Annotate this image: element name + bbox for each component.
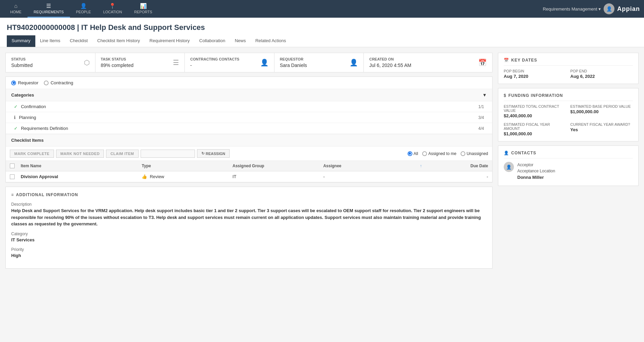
tab-checklist[interactable]: Checklist [65, 35, 93, 47]
dollar-icon: $ [504, 93, 506, 98]
pop-end-value: Aug 6, 2022 [570, 74, 633, 79]
main-content: STATUS Submitted ⬡ TASK STATUS 89% compl… [0, 47, 644, 278]
key-dates-card: 📅 KEY DATES POP Begin Aug 7, 2020 POP En… [498, 53, 639, 84]
contact-name: Donna Miller [517, 175, 544, 180]
page-header: HT94020000000008 | IT Help Desk and Supp… [0, 18, 644, 47]
filter-all-label: All [414, 151, 418, 156]
categories-chevron[interactable]: ▼ [482, 92, 487, 98]
filter-assigned-dot[interactable] [422, 151, 427, 156]
nav-location[interactable]: 📍 LOCATION [97, 0, 128, 18]
req-def-ratio: 4/4 [478, 126, 484, 131]
page-title: HT94020000000008 | IT Help Desk and Supp… [7, 23, 637, 32]
checklist-search-input[interactable] [141, 150, 195, 158]
category-requirements-definition: ✓ Requirements Definition 4/4 [6, 123, 492, 134]
funding-title: $ FUNDING INFORMATION [504, 93, 633, 101]
confirmation-label: Confirmation [21, 104, 46, 109]
tab-line-items[interactable]: Line Items [35, 35, 65, 47]
pop-end-label: POP End [570, 69, 633, 73]
tab-bar: Summary Line Items Checklist Checklist I… [7, 35, 637, 47]
tab-collaboration[interactable]: Collaboration [195, 35, 230, 47]
location-icon: 📍 [109, 3, 116, 9]
app-title[interactable]: Requirements Management ▾ [543, 6, 601, 12]
brand-logo: Appian [617, 5, 640, 13]
contracting-radio[interactable]: Contracting [44, 80, 73, 85]
mark-complete-button[interactable]: MARK COMPLETE [10, 150, 54, 158]
current-fiscal: Current Fiscal Year Award? Yes [570, 122, 633, 136]
pop-begin-label: POP Begin [504, 69, 566, 73]
home-icon: ⌂ [14, 3, 18, 9]
status-value: Submitted [11, 63, 33, 68]
requirements-icon: ☰ [46, 3, 51, 9]
header-assigned-group: Assigned Group [232, 164, 323, 168]
nav-people[interactable]: 👤 PEOPLE [70, 0, 97, 18]
planning-ratio: 3/4 [478, 115, 484, 120]
estimated-fiscal: Estimated Fiscal Year Amount $1,000,000.… [504, 122, 566, 136]
created-on-cell: CREATED ON Jul 6, 2020 4:55 AM 📅 [364, 53, 492, 72]
requestor-radio[interactable]: Requestor [11, 80, 38, 85]
contracting-radio-dot[interactable] [44, 81, 49, 85]
nav-requirements[interactable]: ☰ REQUIREMENTS [28, 0, 70, 18]
person-icon: 👤 [260, 58, 269, 67]
tab-related-actions[interactable]: Related Actions [251, 35, 291, 47]
user-avatar[interactable]: 👤 [604, 3, 614, 14]
requestor-radio-dot[interactable] [11, 81, 16, 85]
filter-all-dot[interactable] [408, 151, 412, 156]
categories-header: Categories ▼ [6, 89, 492, 101]
req-def-check-icon: ✓ [14, 126, 18, 131]
category-label: Category [11, 232, 487, 236]
status-cell: STATUS Submitted ⬡ [6, 53, 95, 72]
sort-icon: ↑ [420, 164, 422, 168]
additional-information-section: ≡ ADDITIONAL INFORMATION Description Hel… [5, 187, 493, 269]
header-checkbox-col [10, 164, 21, 168]
planning-label: Planning [19, 115, 36, 120]
task-list-icon[interactable]: ☰ [173, 58, 179, 67]
tab-summary[interactable]: Summary [7, 35, 35, 47]
contracting-cell: Contracting Contacts - 👤 [185, 53, 274, 72]
estimated-fiscal-value: $1,000,000.00 [504, 131, 566, 136]
current-fiscal-label: Current Fiscal Year Award? [570, 122, 633, 126]
contact-avatar: 👤 [504, 162, 514, 172]
nav-reports[interactable]: 📊 REPORTS [128, 0, 158, 18]
additional-info-title: ≡ ADDITIONAL INFORMATION [11, 192, 487, 197]
claim-item-button[interactable]: CLAIM ITEM [106, 150, 138, 158]
estimated-base-value: $1,000,000.00 [570, 109, 633, 114]
top-navigation: ⌂ HOME ☰ REQUIREMENTS 👤 PEOPLE 📍 LOCATIO… [0, 0, 644, 18]
filter-all[interactable]: All [408, 151, 418, 156]
filter-unassigned[interactable]: Unassigned [461, 151, 488, 156]
right-panel: 📅 KEY DATES POP Begin Aug 7, 2020 POP En… [493, 53, 639, 273]
key-dates-title: 📅 KEY DATES [504, 58, 633, 66]
contact-row: 👤 Acceptor Acceptance Location Donna Mil… [504, 162, 633, 181]
contracting-radio-label: Contracting [51, 80, 73, 85]
tab-checklist-item-history[interactable]: Checklist Item History [92, 35, 145, 47]
description-value: Help Desk and Support Services for the V… [11, 207, 487, 227]
key-dates-grid: POP Begin Aug 7, 2020 POP End Aug 6, 202… [504, 69, 633, 79]
pop-begin: POP Begin Aug 7, 2020 [504, 69, 566, 79]
nav-home[interactable]: ⌂ HOME [4, 0, 28, 18]
tab-news[interactable]: News [230, 35, 251, 47]
pop-begin-value: Aug 7, 2020 [504, 74, 566, 79]
mark-not-needed-button[interactable]: MARK NOT NEEDED [56, 150, 104, 158]
row-assignee: - [323, 174, 414, 179]
header-priority[interactable]: ↑ [414, 164, 428, 168]
pop-end: POP End Aug 6, 2022 [570, 69, 633, 79]
row-checkbox-col [10, 174, 21, 179]
filter-assigned-to-me[interactable]: Assigned to me [422, 151, 457, 156]
nav-requirements-label: REQUIREMENTS [34, 10, 64, 14]
select-all-checkbox[interactable] [10, 164, 15, 168]
estimated-total: Estimated Total Contract Value $2,400,00… [504, 104, 566, 118]
nav-right-area: Requirements Management ▾ 👤 Appian [543, 3, 640, 14]
priority-value: High [11, 253, 487, 259]
table-row: Division Approval 👍 Review IT - - [6, 171, 492, 182]
header-assignee: Assignee [323, 164, 414, 168]
tab-requirement-history[interactable]: Requirement History [145, 35, 195, 47]
confirmation-ratio: 1/1 [478, 104, 484, 109]
table-header: Item Name Type Assigned Group Assignee ↑… [6, 161, 492, 171]
estimated-base-label: Estimated Base Period Value [570, 104, 633, 108]
export-icon[interactable]: ⬡ [84, 58, 90, 67]
row-item-name: Division Approval [21, 174, 142, 179]
filter-unassigned-dot[interactable] [461, 151, 465, 156]
row-checkbox[interactable] [10, 174, 15, 179]
estimated-base: Estimated Base Period Value $1,000,000.0… [570, 104, 633, 118]
categories-label: Categories [11, 92, 34, 98]
reassign-button[interactable]: ↻ REASSIGN [197, 149, 230, 158]
